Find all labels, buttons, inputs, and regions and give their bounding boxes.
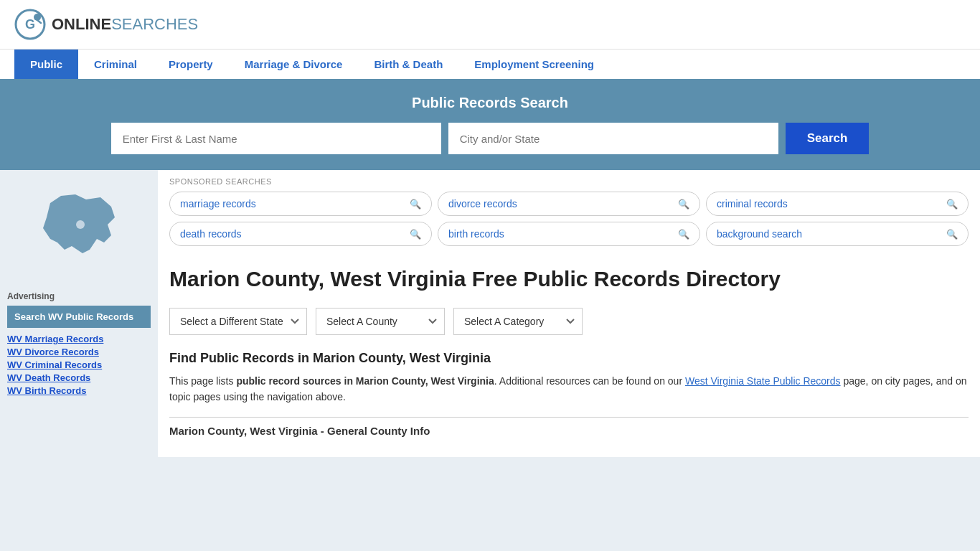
sponsored-item-birth[interactable]: birth records 🔍	[438, 222, 700, 246]
sidebar: Advertising Search WV Public Records WV …	[0, 170, 158, 457]
svg-line-3	[37, 20, 41, 23]
sponsored-item-death[interactable]: death records 🔍	[169, 222, 432, 246]
nav-item-public[interactable]: Public	[14, 50, 78, 79]
sponsored-item-label-death: death records	[180, 228, 242, 240]
sidebar-link-birth[interactable]: WV Birth Records	[7, 385, 151, 396]
sidebar-link-marriage[interactable]: WV Marriage Records	[7, 334, 151, 344]
search-icon-background: 🔍	[946, 229, 958, 240]
search-button[interactable]: Search	[786, 123, 870, 154]
sponsored-item-criminal[interactable]: criminal records 🔍	[706, 192, 969, 216]
sponsored-item-marriage[interactable]: marriage records 🔍	[169, 192, 432, 216]
svg-point-4	[76, 220, 85, 229]
sidebar-ad-highlight[interactable]: Search WV Public Records	[7, 306, 151, 328]
nav-item-employment[interactable]: Employment Screening	[458, 50, 610, 79]
sponsored-label: SPONSORED SEARCHES	[158, 170, 980, 186]
sidebar-link-criminal[interactable]: WV Criminal Records	[7, 359, 151, 370]
find-text-1: This page lists	[169, 375, 236, 387]
logo: G ONLINESEARCHES	[14, 9, 198, 40]
sponsored-item-label-criminal: criminal records	[717, 198, 788, 209]
search-row: Search	[29, 123, 951, 154]
find-records-section: Find Public Records in Marion County, We…	[158, 344, 980, 410]
wv-map	[7, 182, 151, 277]
nav-item-criminal[interactable]: Criminal	[78, 50, 153, 79]
find-text-2: . Additional resources can be found on o…	[494, 375, 685, 387]
search-icon-death: 🔍	[410, 229, 421, 240]
search-icon-birth: 🔍	[678, 229, 689, 240]
state-dropdown[interactable]: Select a Different State	[169, 308, 307, 335]
sponsored-item-label-divorce: divorce records	[448, 198, 517, 209]
find-text-bold: public record sources in Marion County, …	[236, 375, 494, 387]
sponsored-grid: marriage records 🔍 divorce records 🔍 cri…	[158, 192, 980, 255]
sponsored-item-divorce[interactable]: divorce records 🔍	[438, 192, 700, 216]
search-icon-criminal: 🔍	[946, 199, 958, 209]
svg-text:G: G	[25, 17, 35, 32]
nav-item-birth[interactable]: Birth & Death	[358, 50, 458, 79]
sidebar-ad-label: Advertising	[7, 291, 151, 301]
page-title: Marion County, West Virginia Free Public…	[169, 266, 781, 292]
search-banner: Public Records Search Search	[0, 79, 980, 170]
find-records-text: This page lists public record sources in…	[169, 373, 969, 405]
find-link[interactable]: West Virginia State Public Records	[685, 375, 841, 387]
name-input[interactable]	[111, 123, 441, 154]
logo-online: ONLINE	[52, 15, 111, 33]
nav-item-marriage[interactable]: Marriage & Divorce	[229, 50, 359, 79]
sponsored-item-label-background: background search	[717, 228, 802, 240]
divider	[169, 417, 969, 418]
logo-icon: G	[14, 9, 46, 40]
sponsored-item-label-marriage: marriage records	[180, 198, 256, 209]
dropdown-row: Select a Different State Select A County…	[158, 299, 980, 344]
sponsored-item-label-birth: birth records	[448, 228, 504, 240]
sidebar-link-death[interactable]: WV Death Records	[7, 372, 151, 383]
category-dropdown[interactable]: Select A Category	[453, 308, 583, 335]
logo-searches: SEARCHES	[111, 15, 198, 33]
search-icon-marriage: 🔍	[410, 199, 421, 209]
sponsored-item-background[interactable]: background search 🔍	[706, 222, 969, 246]
logo-text: ONLINESEARCHES	[52, 15, 198, 34]
wv-state-map-svg	[29, 182, 129, 275]
page-heading-section: Marion County, West Virginia Free Public…	[158, 255, 980, 299]
general-info-title: Marion County, West Virginia - General C…	[158, 425, 980, 437]
header: G ONLINESEARCHES	[0, 0, 980, 49]
nav-item-property[interactable]: Property	[153, 50, 229, 79]
right-content: SPONSORED SEARCHES marriage records 🔍 di…	[158, 170, 980, 457]
search-icon-divorce: 🔍	[678, 199, 689, 209]
nav-bar: Public Criminal Property Marriage & Divo…	[0, 49, 980, 79]
sidebar-link-divorce[interactable]: WV Divorce Records	[7, 347, 151, 357]
content-with-sidebar: Advertising Search WV Public Records WV …	[0, 170, 980, 457]
find-records-title: Find Public Records in Marion County, We…	[169, 351, 969, 366]
county-dropdown[interactable]: Select A County	[316, 308, 445, 335]
location-input[interactable]	[448, 123, 778, 154]
sidebar-links: WV Marriage Records WV Divorce Records W…	[7, 334, 151, 396]
search-banner-title: Public Records Search	[29, 95, 951, 111]
